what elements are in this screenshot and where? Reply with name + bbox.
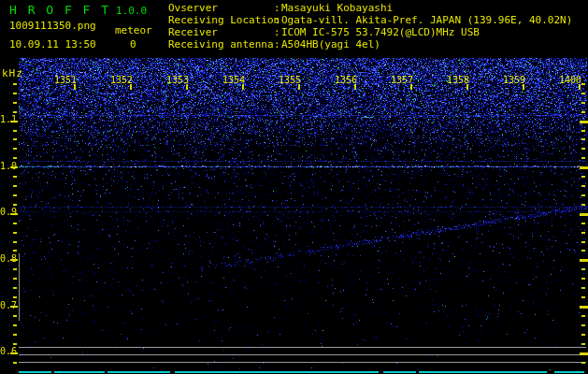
freq-tick-label: 0.6 (0, 346, 17, 356)
observer-row-label: Ovserver (168, 2, 274, 14)
time-tick-label: 1352 (110, 75, 133, 85)
time-tick-label: 1400 (559, 75, 581, 85)
freq-tick-label: 1.0 (0, 161, 17, 171)
observer-row: Receiver:ICOM IC-575 53.7492(@LCD)MHz US… (168, 26, 572, 38)
time-tick-label: 1357 (391, 75, 413, 85)
echo-count: 0 (130, 38, 136, 50)
freq-tick-label: 0.8 (0, 253, 17, 264)
observer-info-block: Ovserver:Masayuki KobayashiReceiving Loc… (168, 2, 572, 50)
freq-axis-unit-label: kHz (2, 67, 23, 79)
observer-row-value: Masayuki Kobayashi (281, 2, 393, 14)
time-tick-label: 1358 (447, 75, 469, 85)
observer-row-separator: : (274, 26, 281, 38)
hrofft-screen: H R O F F T 1.0.0 1009111350.png meteor … (0, 0, 588, 374)
freq-tick-label: 1.1 (0, 114, 17, 124)
observer-row-value: Ogata-vill. Akita-Pref. JAPAN (139.96E, … (281, 14, 572, 26)
observer-row-separator: : (274, 2, 281, 14)
observer-row-separator: : (274, 38, 281, 50)
observer-row: Ovserver:Masayuki Kobayashi (168, 2, 572, 14)
observer-row: Receiving antenna:A504HB(yagi 4el) (168, 38, 572, 50)
observer-row: Receiving Location:Ogata-vill. Akita-Pre… (168, 14, 572, 26)
observer-row-label: Receiver (168, 26, 274, 38)
time-tick-label: 1351 (54, 75, 77, 85)
spectrogram-canvas (0, 0, 588, 374)
app-version: 1.0.0 (116, 5, 147, 17)
observer-row-value: ICOM IC-575 53.7492(@LCD)MHz USB (281, 26, 480, 38)
freq-tick-label: 0.9 (0, 207, 17, 217)
observer-row-label: Receiving antenna (168, 38, 274, 50)
freq-tick-label: 0.7 (0, 300, 17, 310)
observer-row-label: Receiving Location (168, 14, 274, 26)
output-filename: 1009111350.png (9, 20, 96, 32)
time-tick-label: 1356 (335, 75, 357, 85)
observer-row-value: A504HB(yagi 4el) (281, 38, 380, 50)
mode-label: meteor (115, 24, 152, 36)
time-tick-label: 1359 (503, 75, 525, 85)
app-title: H R O F F T (9, 3, 110, 17)
time-tick-label: 1355 (279, 75, 301, 85)
datetime-label: 10.09.11 13:50 (9, 38, 96, 50)
time-tick-label: 1354 (222, 75, 245, 85)
observer-row-separator: : (274, 14, 281, 26)
time-tick-label: 1353 (166, 75, 189, 85)
